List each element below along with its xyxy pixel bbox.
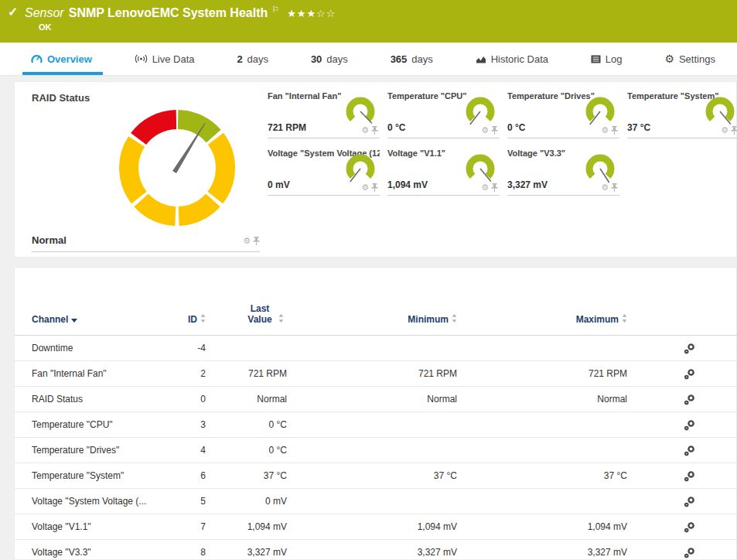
- gear-icon[interactable]: ⚙: [481, 126, 489, 135]
- column-header-maximum[interactable]: Maximum: [475, 268, 645, 336]
- channel-minimum: [305, 336, 475, 361]
- gauge-title: RAID Status: [32, 92, 260, 104]
- edit-channel-icon[interactable]: [684, 419, 695, 431]
- pin-icon[interactable]: [611, 126, 618, 135]
- broadcast-icon: [135, 54, 148, 63]
- tab-label: Historic Data: [491, 53, 548, 65]
- channel-last-value: 37 °C: [223, 463, 305, 489]
- raid-status-gauge-cell: RAID Status Normal ⚙: [32, 92, 260, 252]
- priority-stars[interactable]: ★★★☆☆: [287, 8, 336, 19]
- tab-historic-data[interactable]: Historic Data: [476, 43, 548, 75]
- edit-channel-icon[interactable]: [684, 343, 695, 354]
- tab-2-days[interactable]: 2 days: [237, 43, 268, 75]
- channel-last-value: 1,094 mV: [223, 514, 305, 540]
- tab-label: days: [247, 53, 268, 65]
- stars-empty[interactable]: ☆☆: [316, 8, 336, 19]
- column-header-id[interactable]: ID: [169, 268, 223, 336]
- channel-minimum: 37 °C: [305, 463, 475, 489]
- sort-icon: [452, 314, 457, 323]
- column-header-last-value[interactable]: Last Value: [223, 268, 305, 336]
- table-row-downtime: Downtime -4: [15, 336, 737, 361]
- pin-icon[interactable]: [371, 126, 378, 135]
- table-row-fan-internal-fan: Fan "Internal Fan" 2 721 RPM 721 RPM 721…: [15, 361, 737, 387]
- gear-icon[interactable]: ⚙: [481, 183, 489, 192]
- channel-minimum: Normal: [305, 387, 475, 412]
- edit-channel-icon[interactable]: [684, 547, 695, 558]
- pin-icon[interactable]: [253, 237, 260, 245]
- channel-last-value: 0 °C: [223, 412, 305, 438]
- edit-channel-icon[interactable]: [684, 521, 695, 533]
- gauge-value: 37 °C: [627, 122, 650, 133]
- sort-icon: [200, 314, 206, 323]
- gauge-cell-temperature-cpu: Temperature "CPU" 0 °C ⚙: [387, 87, 500, 138]
- column-header-channel[interactable]: Channel: [15, 268, 169, 336]
- flag-icon[interactable]: ⚐: [271, 5, 279, 14]
- tab-label: Log: [606, 53, 623, 65]
- channel-maximum: [475, 489, 645, 514]
- gauge-cell-voltage-system: Voltage "System Voltage (12... 0 mV ⚙: [268, 145, 380, 196]
- gauge-value: 0 °C: [387, 122, 405, 133]
- edit-channel-icon[interactable]: [684, 394, 695, 405]
- channel-id: -4: [169, 336, 223, 361]
- gear-icon[interactable]: ⚙: [601, 126, 609, 135]
- channel-last-value: [223, 336, 305, 361]
- column-label: Last Value: [244, 303, 275, 325]
- channel-id: 7: [169, 514, 223, 540]
- gauge-cell-voltage-v11: Voltage "V1.1" 1,094 mV ⚙: [387, 145, 500, 196]
- tab-label: Overview: [47, 53, 92, 65]
- gauge-cell-voltage-v33: Voltage "V3.3" 3,327 mV ⚙: [507, 145, 619, 196]
- edit-channel-icon[interactable]: [684, 445, 695, 456]
- pin-icon[interactable]: [731, 126, 737, 135]
- tab-30-days[interactable]: 30 days: [311, 43, 348, 75]
- gear-icon[interactable]: ⚙: [243, 237, 251, 245]
- gauge-value: 721 RPM: [268, 122, 306, 133]
- gear-icon[interactable]: ⚙: [361, 183, 369, 192]
- channel-name: Temperature "System": [15, 463, 169, 489]
- stars-filled[interactable]: ★★★: [287, 8, 316, 19]
- gauge-dial: [462, 97, 498, 129]
- gear-icon[interactable]: ⚙: [721, 126, 728, 135]
- divider: [32, 251, 260, 252]
- channel-id: 8: [169, 540, 223, 560]
- gauge-value: 3,327 mV: [507, 179, 548, 190]
- pin-icon[interactable]: [491, 183, 498, 192]
- pin-icon[interactable]: [491, 126, 498, 135]
- channel-table: Channel ID Last Value Minimum Maximum: [15, 268, 737, 560]
- edit-channel-icon[interactable]: [684, 496, 695, 507]
- tab-log[interactable]: Log: [591, 43, 623, 75]
- title-line: SensorSNMP LenovoEMC System Health⚐★★★☆☆: [25, 5, 336, 20]
- channel-name: Downtime: [15, 336, 169, 361]
- channel-name: RAID Status: [15, 387, 169, 412]
- raid-gauge-dial: [115, 106, 239, 230]
- pin-icon[interactable]: [371, 183, 378, 192]
- tab-live-data[interactable]: Live Data: [135, 43, 195, 75]
- tab-number: 365: [391, 53, 408, 65]
- gauge-value: 1,094 mV: [387, 179, 428, 190]
- edit-channel-icon[interactable]: [684, 368, 695, 380]
- gauge-value: 0 mV: [268, 179, 290, 190]
- column-header-minimum[interactable]: Minimum: [305, 268, 475, 336]
- column-label: Channel: [32, 314, 68, 325]
- channel-minimum: 3,327 mV: [305, 540, 475, 560]
- gear-icon[interactable]: ⚙: [361, 126, 369, 135]
- gear-icon[interactable]: ⚙: [601, 183, 609, 192]
- edit-channel-icon[interactable]: [684, 470, 695, 482]
- channel-last-value: 0 mV: [223, 489, 305, 514]
- table-row-temperature-system: Temperature "System" 6 37 °C 37 °C 37 °C: [15, 463, 737, 489]
- channel-maximum: [475, 336, 645, 361]
- channel-id: 3: [169, 412, 223, 438]
- table-header-row: Channel ID Last Value Minimum Maximum: [15, 268, 737, 336]
- channel-last-value: 3,327 mV: [223, 540, 305, 560]
- page-title: SNMP LenovoEMC System Health: [69, 6, 268, 19]
- table-row-raid-status: RAID Status 0 Normal Normal Normal: [15, 387, 737, 412]
- table-row-voltage-v11: Voltage "V1.1" 7 1,094 mV 1,094 mV 1,094…: [15, 514, 737, 540]
- tab-365-days[interactable]: 365 days: [391, 43, 433, 75]
- tab-settings[interactable]: ⚙ Settings: [664, 43, 715, 75]
- gauge-dial: [343, 97, 378, 129]
- channel-minimum: [305, 438, 475, 463]
- small-gauges-grid: Fan "Internal Fan" 721 RPM ⚙ Temperature…: [268, 87, 737, 196]
- tab-overview[interactable]: Overview: [31, 43, 92, 75]
- gear-icon: ⚙: [664, 53, 674, 64]
- channel-id: 5: [169, 489, 223, 514]
- pin-icon[interactable]: [611, 183, 618, 192]
